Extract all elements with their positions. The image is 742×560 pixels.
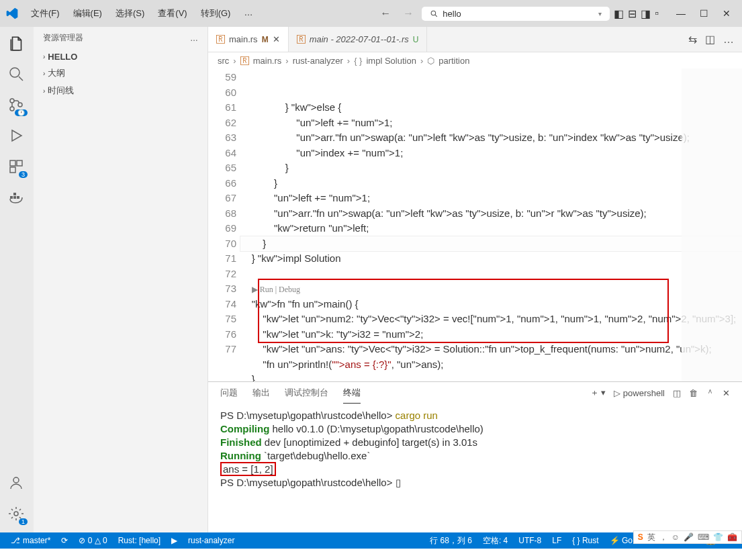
panel-maximize-icon[interactable]: ＾: [706, 387, 714, 399]
breadcrumb-item[interactable]: src: [218, 56, 229, 66]
search-text: hello: [443, 9, 461, 19]
nav-forward-icon[interactable]: →: [399, 6, 418, 21]
status-encoding[interactable]: UTF-8: [513, 535, 547, 547]
sidebar-section-outline[interactable]: ›大纲: [34, 64, 207, 82]
code-content[interactable]: } "kw">else { "un">left += "num">1; "un"…: [240, 68, 742, 381]
ime-skin-icon[interactable]: 👕: [713, 532, 723, 542]
panel-tab-output[interactable]: 输出: [252, 383, 270, 403]
layout-sidebar-left-icon[interactable]: ◧: [614, 7, 624, 20]
panel-tab-problems[interactable]: 问题: [220, 383, 238, 403]
svg-point-0: [431, 11, 436, 15]
terminal-split-icon[interactable]: ◫: [673, 388, 681, 398]
status-eol[interactable]: LF: [547, 535, 567, 547]
activity-bar: 🕐 3 1: [0, 27, 34, 532]
activity-explorer-icon[interactable]: [8, 35, 26, 52]
settings-badge: 1: [19, 518, 28, 525]
menu-more[interactable]: …: [238, 5, 258, 22]
rust-file-icon: 🅁: [240, 56, 249, 66]
status-rust-analyzer[interactable]: rust-analyzer: [183, 536, 240, 545]
menu-select[interactable]: 选择(S): [110, 5, 150, 22]
ime-voice-icon[interactable]: 🎤: [684, 532, 694, 542]
svg-rect-11: [13, 196, 16, 199]
activity-docker-icon[interactable]: [8, 189, 26, 207]
activity-debug-icon[interactable]: [8, 128, 26, 145]
terminal-kill-icon[interactable]: 🗑: [689, 388, 698, 398]
svg-point-2: [10, 68, 19, 77]
svg-point-5: [10, 107, 14, 111]
terminal-new-icon[interactable]: ＋ ▾: [590, 387, 606, 399]
tab-close-icon[interactable]: ✕: [273, 34, 280, 44]
terminal-shell-label[interactable]: ▷ powershell: [614, 388, 665, 398]
tab-label: main - 2022-07-01--01-.rs: [310, 34, 409, 44]
svg-point-6: [18, 103, 22, 107]
breadcrumb-item[interactable]: rust-analyzer: [293, 56, 343, 66]
status-bar: ⎇ master* ⟳ ⊘ 0 △ 0 Rust: [hello] ▶ rust…: [0, 532, 742, 549]
sogou-logo-icon: S: [638, 532, 643, 542]
status-rust-project[interactable]: Rust: [hello]: [113, 536, 166, 545]
ime-keyboard-icon[interactable]: ⌨: [698, 532, 709, 542]
breadcrumb-item[interactable]: main.rs: [253, 56, 282, 66]
status-problems[interactable]: ⊘ 0 △ 0: [73, 536, 112, 545]
vscode-logo-icon: [5, 7, 19, 20]
extensions-badge: 3: [19, 171, 28, 178]
menu-view[interactable]: 查看(V): [152, 5, 192, 22]
sidebar-section-timeline[interactable]: ›时间线: [34, 82, 207, 99]
panel-close-icon[interactable]: ✕: [723, 388, 730, 398]
activity-search-icon[interactable]: [8, 66, 26, 83]
status-branch[interactable]: ⎇ master*: [5, 536, 56, 545]
activity-settings-icon[interactable]: 1: [8, 506, 26, 523]
tab-untracked-badge: U: [413, 35, 419, 44]
tab-modified-badge: M: [262, 35, 269, 44]
activity-scm-icon[interactable]: 🕐: [8, 97, 26, 114]
layout-full-icon[interactable]: ▫: [655, 7, 659, 19]
editor-tabs: 🅁 main.rs M ✕ 🅁 main - 2022-07-01--01-.r…: [208, 27, 742, 52]
sidebar-section-hello[interactable]: ›HELLO: [34, 49, 207, 64]
split-editor-icon[interactable]: ◫: [705, 33, 715, 46]
svg-rect-9: [10, 167, 15, 173]
window-minimize-button[interactable]: —: [671, 8, 691, 19]
more-actions-icon[interactable]: …: [723, 34, 734, 46]
svg-point-15: [14, 512, 18, 516]
status-sync[interactable]: ⟳: [56, 536, 73, 545]
brackets-icon: { }: [354, 56, 362, 66]
status-language[interactable]: { } Rust: [567, 535, 604, 547]
breadcrumb-item[interactable]: impl Solution: [366, 56, 416, 66]
ime-tool-icon[interactable]: 🧰: [727, 532, 737, 542]
panel-tab-terminal[interactable]: 终端: [343, 383, 361, 404]
panel-tab-debug[interactable]: 调试控制台: [285, 383, 328, 403]
menu-goto[interactable]: 转到(G): [195, 5, 236, 22]
window-maximize-button[interactable]: ☐: [694, 8, 714, 19]
menu-file[interactable]: 文件(F): [26, 5, 65, 22]
status-cursor[interactable]: 行 68，列 6: [424, 535, 477, 547]
activity-extensions-icon[interactable]: 3: [8, 158, 26, 176]
tab-main-rs[interactable]: 🅁 main.rs M ✕: [208, 27, 289, 52]
status-indent[interactable]: 空格: 4: [477, 535, 513, 547]
ime-toolbar[interactable]: S 英 ， ☺ 🎤 ⌨ 👕 🧰: [633, 530, 742, 544]
svg-point-14: [13, 477, 19, 483]
menu-edit[interactable]: 编辑(E): [68, 5, 107, 22]
chevron-right-icon: ›: [43, 53, 45, 60]
compare-changes-icon[interactable]: ⇆: [688, 33, 697, 46]
panel-tabs: 问题 输出 调试控制台 终端 ＋ ▾ ▷ powershell ◫ 🗑 ＾ ✕: [208, 382, 742, 404]
window-close-button[interactable]: ✕: [716, 8, 737, 19]
sidebar-title: 资源管理器: [43, 32, 83, 44]
svg-rect-12: [17, 196, 19, 199]
activity-account-icon[interactable]: [8, 475, 26, 492]
status-run[interactable]: ▶: [166, 536, 183, 545]
ime-mode[interactable]: 英: [647, 532, 655, 543]
breadcrumb-item[interactable]: partition: [438, 56, 469, 66]
breadcrumb[interactable]: src› 🅁main.rs› rust-analyzer› { }impl So…: [208, 52, 742, 68]
minimap[interactable]: [682, 68, 742, 381]
command-center-search[interactable]: hello ▾: [422, 7, 610, 21]
nav-back-icon[interactable]: ←: [376, 6, 395, 21]
svg-rect-8: [17, 160, 22, 166]
ime-punct-icon[interactable]: ，: [659, 532, 667, 543]
layout-sidebar-right-icon[interactable]: ◨: [641, 7, 651, 20]
terminal-content[interactable]: PS D:\mysetup\gopath\rustcode\hello> car…: [208, 404, 742, 532]
line-number-gutter: 59606162636465666768697071727374757677: [208, 68, 240, 381]
code-editor[interactable]: 59606162636465666768697071727374757677 }…: [208, 68, 742, 381]
layout-panel-icon[interactable]: ⊟: [628, 7, 637, 20]
tab-main-backup[interactable]: 🅁 main - 2022-07-01--01-.rs U: [289, 27, 428, 52]
ime-emoji-icon[interactable]: ☺: [671, 532, 680, 542]
sidebar-more-icon[interactable]: …: [190, 34, 198, 43]
